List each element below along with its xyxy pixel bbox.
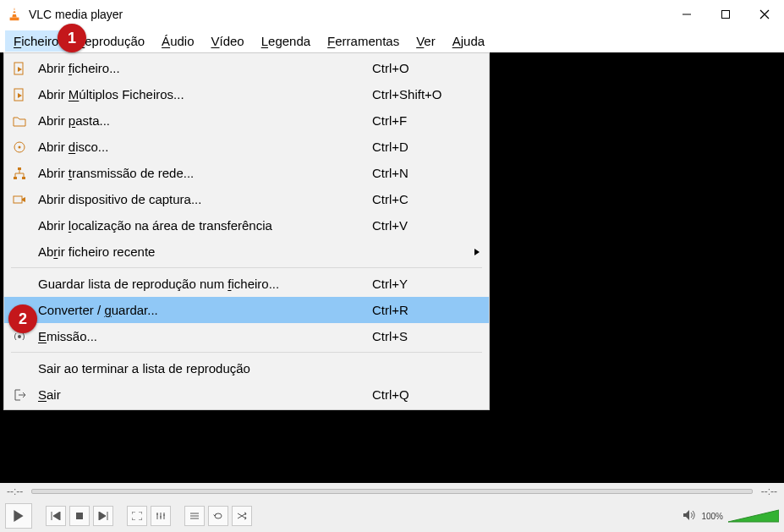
- menuitem-abrir-disco[interactable]: Abrir disco...Ctrl+D: [4, 134, 489, 160]
- svg-rect-11: [18, 167, 21, 170]
- annotation-badge-1: 1: [58, 24, 86, 52]
- menuitem-label: Abrir localização na área de transferênc…: [30, 218, 372, 233]
- menubar: FicheiroReproduçãoÁudioVídeoLegendaFerra…: [0, 29, 784, 52]
- menuitem-label: Abrir dispositivo de captura...: [30, 192, 372, 206]
- fullscreen-button[interactable]: [127, 506, 147, 526]
- bottom-bar: --:-- --:-- 100%: [0, 483, 784, 532]
- menuitem-label: Abrir transmissão de rede...: [30, 166, 372, 180]
- menuitem-label: Sair: [30, 387, 372, 402]
- menuitem-abrir-pasta[interactable]: Abrir pasta...Ctrl+F: [4, 107, 489, 134]
- window-title: VLC media player: [29, 8, 667, 21]
- svg-rect-12: [14, 177, 17, 179]
- menuitem-shortcut: Ctrl+D: [372, 140, 465, 154]
- menuitem-label: Abrir ficheiro recente: [30, 244, 372, 259]
- next-button[interactable]: [93, 506, 113, 526]
- capture-icon: [9, 193, 30, 206]
- menu-vídeo[interactable]: Vídeo: [202, 30, 252, 52]
- file-menu-dropdown: Abrir ficheiro...Ctrl+OAbrir Múltiplos F…: [3, 52, 490, 410]
- menuitem-abrir-localiza-o-na-rea-de-transfer-ncia[interactable]: Abrir localização na área de transferênc…: [4, 212, 489, 239]
- time-bar: --:-- --:--: [0, 483, 784, 500]
- submenu-arrow-icon: [465, 249, 480, 255]
- volume-label: 100%: [701, 512, 723, 521]
- menuitem-label: Abrir ficheiro...: [30, 61, 372, 75]
- svg-point-15: [18, 335, 21, 338]
- menuitem-label: Sair ao terminar a lista de reprodução: [30, 361, 372, 376]
- menu-áudio[interactable]: Áudio: [153, 30, 202, 52]
- menuitem-sair-ao-terminar-a-lista-de-reprodu-o[interactable]: Sair ao terminar a lista de reprodução: [4, 355, 489, 381]
- menuitem-shortcut: Ctrl+V: [372, 218, 465, 233]
- play-button[interactable]: [5, 503, 32, 529]
- speaker-icon[interactable]: [683, 509, 696, 523]
- titlebar: VLC media player: [0, 0, 784, 29]
- menuitem-label: Abrir Múltiplos Ficheiros...: [30, 87, 372, 101]
- menuitem-emiss-o[interactable]: Emissão...Ctrl+S: [4, 323, 489, 349]
- controls-row: 100%: [0, 500, 784, 532]
- maximize-button[interactable]: [706, 0, 745, 29]
- menuitem-abrir-dispositivo-de-captura[interactable]: Abrir dispositivo de captura...Ctrl+C: [4, 186, 489, 212]
- menuitem-shortcut: Ctrl+Y: [372, 277, 465, 291]
- menuitem-shortcut: Ctrl+S: [372, 329, 465, 343]
- svg-rect-2: [13, 13, 17, 14]
- quit-icon: [9, 388, 30, 402]
- ext-settings-button[interactable]: [151, 506, 171, 526]
- menuitem-shortcut: Ctrl+Q: [372, 387, 465, 402]
- menuitem-sair[interactable]: SairCtrl+Q: [4, 381, 489, 408]
- svg-rect-14: [14, 196, 22, 203]
- prev-button[interactable]: [46, 506, 66, 526]
- menuitem-label: Converter / guardar...: [30, 303, 372, 317]
- menuitem-shortcut: Ctrl+F: [372, 113, 465, 128]
- menuitem-shortcut: Ctrl+R: [372, 303, 465, 317]
- time-current: --:--: [7, 485, 23, 497]
- menuitem-abrir-m-ltiplos-ficheiros[interactable]: Abrir Múltiplos Ficheiros...Ctrl+Shift+O: [4, 81, 489, 107]
- menu-ajuda[interactable]: Ajuda: [444, 30, 493, 52]
- menu-ferramentas[interactable]: Ferramentas: [319, 30, 408, 52]
- svg-rect-0: [10, 18, 19, 21]
- volume-area: 100%: [683, 508, 779, 524]
- menuitem-guardar-lista-de-reprodu-o-num-ficheiro[interactable]: Guardar lista de reprodução num ficheiro…: [4, 271, 489, 297]
- menu-separator: [11, 267, 482, 268]
- menuitem-label: Emissão...: [30, 329, 372, 343]
- svg-point-10: [19, 145, 21, 148]
- time-total: --:--: [761, 485, 777, 497]
- window-buttons: [667, 0, 784, 29]
- menuitem-converter-guardar[interactable]: Converter / guardar...Ctrl+R: [4, 297, 489, 323]
- menuitem-shortcut: Ctrl+N: [372, 166, 465, 180]
- svg-rect-1: [13, 10, 15, 12]
- menuitem-shortcut: Ctrl+O: [372, 61, 465, 75]
- minimize-button[interactable]: [667, 0, 706, 29]
- file-video-icon: [9, 88, 30, 101]
- svg-rect-13: [22, 177, 25, 179]
- svg-rect-4: [722, 11, 730, 19]
- file-video-icon: [9, 62, 30, 75]
- shuffle-button[interactable]: [232, 506, 252, 526]
- seek-slider[interactable]: [31, 489, 752, 494]
- disc-icon: [9, 140, 30, 154]
- loop-button[interactable]: [208, 506, 228, 526]
- menuitem-label: Abrir disco...: [30, 140, 372, 154]
- menu-ver[interactable]: Ver: [408, 30, 444, 52]
- playlist-button[interactable]: [184, 506, 205, 526]
- menuitem-shortcut: Ctrl+C: [372, 192, 465, 206]
- menuitem-abrir-ficheiro[interactable]: Abrir ficheiro...Ctrl+O: [4, 55, 489, 81]
- menuitem-label: Guardar lista de reprodução num ficheiro…: [30, 277, 372, 291]
- vlc-cone-icon: [7, 7, 22, 22]
- menuitem-shortcut: Ctrl+Shift+O: [372, 87, 465, 101]
- close-button[interactable]: [745, 0, 784, 29]
- menu-separator: [11, 352, 482, 353]
- net-icon: [9, 167, 30, 180]
- menuitem-abrir-transmiss-o-de-rede[interactable]: Abrir transmissão de rede...Ctrl+N: [4, 160, 489, 186]
- menuitem-abrir-ficheiro-recente[interactable]: Abrir ficheiro recente: [4, 239, 489, 265]
- volume-slider[interactable]: [728, 508, 779, 524]
- menu-legenda[interactable]: Legenda: [253, 30, 319, 52]
- menuitem-label: Abrir pasta...: [30, 113, 372, 128]
- folder-icon: [9, 114, 30, 128]
- stop-button[interactable]: [69, 506, 90, 526]
- annotation-badge-2: 2: [8, 304, 37, 333]
- svg-rect-16: [76, 513, 83, 519]
